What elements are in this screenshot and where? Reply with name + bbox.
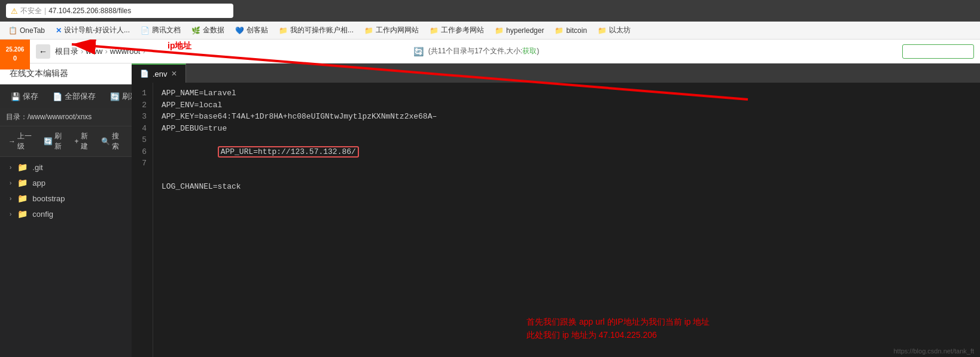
chuangke-icon: 💙 bbox=[235, 26, 244, 35]
code-line-5: APP_URL=http://123.57.132.86/ bbox=[162, 134, 972, 170]
path-refresh-button[interactable]: 🔄 bbox=[413, 47, 424, 56]
bookmark-label: OneTab bbox=[20, 26, 45, 35]
notification-badge: 0 bbox=[10, 53, 20, 63]
directory-label: 目录：/www/wwwroot/xnxs bbox=[0, 108, 132, 126]
onetab-icon: 📋 bbox=[8, 26, 17, 35]
bookmark-label: 以太坊 bbox=[609, 25, 631, 35]
bookmark-ethereum[interactable]: 📁 以太坊 bbox=[593, 23, 635, 37]
bookmark-chuangke[interactable]: 💙 创客贴 bbox=[230, 23, 273, 37]
folder-icon: 📁 bbox=[430, 26, 439, 35]
file-item-git[interactable]: › 📁 .git bbox=[0, 159, 132, 175]
back-button[interactable]: ← bbox=[36, 44, 50, 59]
up-level-button[interactable]: → 上一级 bbox=[6, 130, 38, 153]
breadcrumb-sep: › bbox=[81, 47, 83, 56]
breadcrumb-wwwroot: wwwroot bbox=[110, 47, 141, 56]
code-line-4: APP_DEBUG=true bbox=[162, 123, 972, 135]
file-info: (共11个目录与17个文件,大小:获取) bbox=[428, 46, 539, 56]
bookmark-label: 工作内网网站 bbox=[376, 25, 419, 35]
dir-path: 目录：/www/wwwroot/xnxs bbox=[6, 113, 92, 121]
save-all-label: 全部保存 bbox=[65, 91, 96, 102]
main-area: 25.206 0 ← 根目录 › www › wwwroot › 🔄 (共11个… bbox=[0, 40, 980, 357]
folder-icon: 📁 bbox=[555, 26, 564, 35]
code-line-1: APP_NAME=Laravel bbox=[162, 87, 972, 99]
bookmark-tencent[interactable]: 📄 腾讯文档 bbox=[136, 23, 185, 37]
sidebar-search-label: 搜索 bbox=[112, 131, 123, 152]
bookmark-bitcoin[interactable]: 📁 bitcoin bbox=[550, 25, 592, 37]
browser-bar: ⚠ 不安全 | 47.104.225.206:8888/files bbox=[0, 0, 980, 22]
file-item-bootstrap[interactable]: › 📁 bootstrap bbox=[0, 190, 132, 206]
sidebar-refresh-button[interactable]: 🔄 刷新 bbox=[41, 130, 68, 153]
fm-path-bar: ← 根目录 › www › wwwroot › 🔄 (共11个目录与17个文件,… bbox=[30, 40, 980, 63]
tab-close-button[interactable]: ✕ bbox=[171, 69, 177, 78]
right-panel: 📄 .env ✕ 1 2 3 4 5 6 7 APP_NAME=Laravel bbox=[132, 63, 980, 357]
folder-icon: 📁 bbox=[364, 26, 373, 35]
line-num-2: 2 bbox=[138, 99, 147, 111]
bookmark-label: 金数据 bbox=[203, 25, 224, 35]
code-content[interactable]: APP_NAME=Laravel APP_ENV=local APP_KEY=b… bbox=[153, 83, 980, 357]
bookmark-hyperledger[interactable]: 📁 hyperledger bbox=[490, 25, 549, 37]
file-item-app[interactable]: › 📁 app bbox=[0, 175, 132, 190]
bookmark-label: 设计导航-好设计人... bbox=[64, 25, 130, 35]
line-num-7: 7 bbox=[138, 158, 147, 170]
code-line-2: APP_ENV=local bbox=[162, 99, 972, 111]
sidebar-refresh-label: 刷新 bbox=[54, 131, 66, 152]
folder-icon: 📁 bbox=[279, 26, 288, 35]
save-label: 保存 bbox=[23, 91, 38, 102]
folder-icon: 📁 bbox=[17, 162, 28, 172]
bookmark-jinshu[interactable]: 🌿 金数据 bbox=[187, 23, 229, 37]
address-bar[interactable]: ⚠ 不安全 | 47.104.225.206:8888/files bbox=[6, 4, 233, 18]
file-name: .git bbox=[32, 163, 42, 172]
save-all-button[interactable]: 📄 全部保存 bbox=[47, 89, 102, 104]
sidebar-toolbar: → 上一级 🔄 刷新 + 新建 🔍 搜索 bbox=[0, 126, 132, 157]
file-search-input[interactable] bbox=[902, 44, 974, 59]
chevron-icon: › bbox=[10, 164, 11, 171]
save-button[interactable]: 💾 保存 bbox=[5, 89, 44, 104]
ip-badge: 25.206 0 bbox=[0, 40, 30, 69]
folder-icon: 📁 bbox=[495, 26, 504, 35]
refresh-icon: 🔄 bbox=[110, 92, 120, 101]
ip-text: 25.206 bbox=[6, 46, 25, 53]
bookmarks-bar: 📋 OneTab ✕ 设计导航-好设计人... 📄 腾讯文档 🌿 金数据 💙 创… bbox=[0, 22, 980, 40]
x-icon: ✕ bbox=[56, 26, 62, 35]
code-line-3: APP_KEY=base64:T4AL+1Dr8HA+hc08eUIGNtwJm… bbox=[162, 111, 972, 123]
jinshu-icon: 🌿 bbox=[191, 26, 200, 35]
not-secure-label: 不安全 bbox=[20, 6, 42, 16]
file-list: › 📁 .git › 📁 app › 📁 bootstrap › 📁 bbox=[0, 157, 132, 224]
line-numbers: 1 2 3 4 5 6 7 bbox=[132, 83, 153, 357]
bookmark-label: 腾讯文档 bbox=[152, 25, 181, 35]
sidebar-search-button[interactable]: 🔍 搜索 bbox=[99, 130, 126, 153]
new-file-button[interactable]: + 新建 bbox=[72, 130, 95, 153]
chevron-icon: › bbox=[10, 211, 11, 217]
warning-icon: ⚠ bbox=[11, 7, 18, 16]
line-num-5: 5 bbox=[138, 134, 147, 146]
file-name: config bbox=[32, 210, 53, 219]
breadcrumb-sep3: › bbox=[142, 47, 145, 56]
folder-icon: 📁 bbox=[17, 193, 28, 203]
save-icon: 💾 bbox=[11, 92, 20, 101]
file-item-config[interactable]: › 📁 config bbox=[0, 206, 132, 222]
breadcrumb: 根目录 › www › wwwroot › bbox=[55, 46, 409, 57]
breadcrumb-sep2: › bbox=[105, 47, 108, 56]
bookmark-label: 创客贴 bbox=[246, 25, 268, 35]
editor-title-text: 在线文本编辑器 bbox=[10, 68, 68, 78]
chevron-icon: › bbox=[10, 195, 11, 202]
code-editor[interactable]: 1 2 3 4 5 6 7 APP_NAME=Laravel APP_ENV=l… bbox=[132, 83, 980, 357]
bookmark-label: hyperledger bbox=[506, 26, 544, 35]
save-all-icon: 📄 bbox=[53, 92, 62, 101]
up-icon: → bbox=[8, 137, 16, 146]
line-num-3: 3 bbox=[138, 111, 147, 123]
search-icon: 🔍 bbox=[101, 137, 110, 146]
bookmark-onetab[interactable]: 📋 OneTab bbox=[4, 25, 50, 37]
sidebar-refresh-icon: 🔄 bbox=[44, 137, 53, 146]
bookmark-accounts[interactable]: 📁 我的可操作账户相... bbox=[274, 23, 358, 37]
folder-icon: 📁 bbox=[598, 26, 607, 35]
env-tab[interactable]: 📄 .env ✕ bbox=[132, 63, 186, 83]
bookmark-workref[interactable]: 📁 工作参考网站 bbox=[425, 23, 489, 37]
info-text: (共11个目录与17个文件,大小: bbox=[428, 47, 522, 55]
tencent-icon: 📄 bbox=[141, 26, 150, 35]
bookmark-intranet[interactable]: 📁 工作内网网站 bbox=[360, 23, 424, 37]
bookmark-design[interactable]: ✕ 设计导航-好设计人... bbox=[51, 23, 135, 37]
file-name: bootstrap bbox=[32, 194, 65, 203]
fetch-link[interactable]: 获取 bbox=[522, 47, 537, 55]
file-name: app bbox=[32, 179, 45, 187]
